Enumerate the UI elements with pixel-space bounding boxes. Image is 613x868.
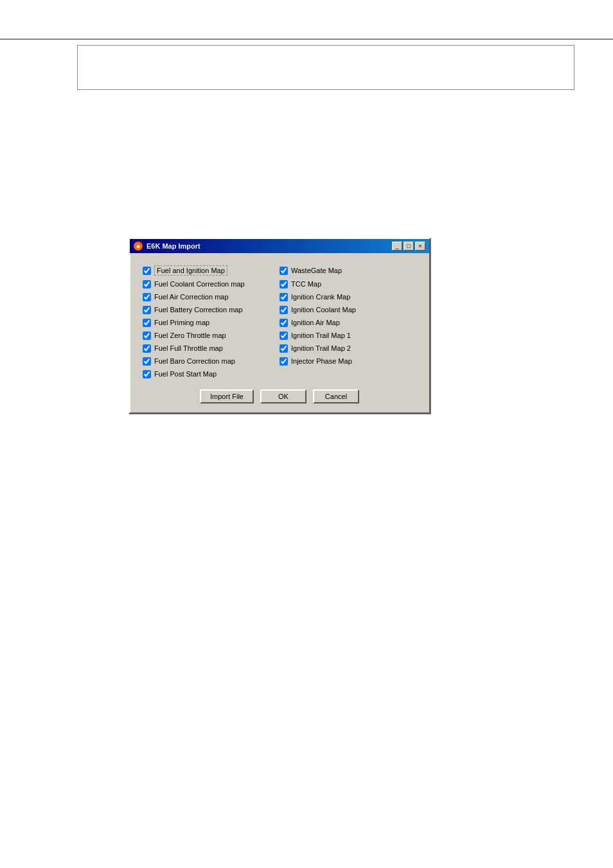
checkbox-row-fuel-zero-throttle: Fuel Zero Throttle map <box>143 329 280 342</box>
title-bar-left: ◆ E6K Map Import <box>134 242 200 251</box>
label-fuel-battery: Fuel Battery Correction map <box>154 306 243 314</box>
top-rule <box>0 39 613 40</box>
ok-button[interactable]: OK <box>260 389 306 403</box>
label-ignition-trail1: Ignition Trail Map 1 <box>291 332 351 339</box>
label-tcc: TCC Map <box>291 280 321 288</box>
checkbox-ignition-trail1[interactable] <box>280 332 288 340</box>
checkbox-row-injector-phase: Injector Phase Map <box>280 355 416 368</box>
label-ignition-crank: Ignition Crank Map <box>291 293 350 301</box>
label-wastegate: WasteGate Map <box>291 267 342 274</box>
label-ignition-coolant: Ignition Coolant Map <box>291 306 356 314</box>
label-fuel-and-ignition: Fuel and Ignition Map <box>154 265 227 276</box>
checkbox-fuel-zero-throttle[interactable] <box>143 332 151 340</box>
label-fuel-priming: Fuel Priming map <box>154 319 209 326</box>
checkbox-fuel-and-ignition[interactable] <box>143 267 151 275</box>
label-fuel-air: Fuel Air Correction map <box>154 293 229 301</box>
checkbox-row-fuel-coolant: Fuel Coolant Correction map <box>143 278 280 290</box>
dialog-window: ◆ E6K Map Import _ □ × Fuel and Ignition… <box>129 238 431 414</box>
checkbox-fuel-coolant[interactable] <box>143 280 151 288</box>
top-text-area <box>77 45 574 90</box>
checkbox-grid: Fuel and Ignition Map WasteGate Map Fuel… <box>143 263 416 380</box>
checkbox-row-tcc: TCC Map <box>280 278 416 290</box>
checkbox-fuel-full-throttle[interactable] <box>143 344 151 353</box>
checkbox-row-ignition-trail1: Ignition Trail Map 1 <box>280 329 416 342</box>
checkbox-row-ignition-coolant: Ignition Coolant Map <box>280 303 416 316</box>
label-fuel-baro: Fuel Baro Correction map <box>154 357 235 365</box>
import-file-button[interactable]: Import File <box>200 389 254 403</box>
checkbox-row-fuel-air: Fuel Air Correction map <box>143 290 280 303</box>
cancel-button[interactable]: Cancel <box>313 389 359 403</box>
checkbox-injector-phase[interactable] <box>280 357 288 366</box>
checkbox-fuel-air[interactable] <box>143 293 151 301</box>
label-ignition-air: Ignition Air Map <box>291 319 340 326</box>
checkbox-ignition-trail2[interactable] <box>280 344 288 353</box>
label-fuel-zero-throttle: Fuel Zero Throttle map <box>154 332 226 339</box>
minimize-button[interactable]: _ <box>392 242 402 251</box>
checkbox-row-fuel-full-throttle: Fuel Full Throttle map <box>143 342 280 355</box>
maximize-button[interactable]: □ <box>404 242 414 251</box>
checkbox-row-fuel-priming: Fuel Priming map <box>143 316 280 329</box>
dialog-icon: ◆ <box>134 242 143 251</box>
checkbox-row-fuel-and-ignition: Fuel and Ignition Map <box>143 263 280 278</box>
label-fuel-post-start: Fuel Post Start Map <box>154 370 217 378</box>
checkbox-row-ignition-crank: Ignition Crank Map <box>280 290 416 303</box>
checkbox-fuel-baro[interactable] <box>143 357 151 366</box>
checkbox-row-fuel-baro: Fuel Baro Correction map <box>143 355 280 368</box>
checkbox-tcc[interactable] <box>280 280 288 288</box>
page-background: ◆ E6K Map Import _ □ × Fuel and Ignition… <box>0 0 613 868</box>
checkbox-row-fuel-battery: Fuel Battery Correction map <box>143 303 280 316</box>
checkbox-ignition-crank[interactable] <box>280 293 288 301</box>
checkbox-row-ignition-trail2: Ignition Trail Map 2 <box>280 342 416 355</box>
checkbox-fuel-priming[interactable] <box>143 319 151 327</box>
checkbox-fuel-post-start[interactable] <box>143 370 151 378</box>
label-injector-phase: Injector Phase Map <box>291 357 352 365</box>
checkbox-fuel-battery[interactable] <box>143 306 151 314</box>
dialog-title: E6K Map Import <box>147 242 200 250</box>
label-fuel-coolant: Fuel Coolant Correction map <box>154 280 245 288</box>
title-controls: _ □ × <box>392 242 425 251</box>
dialog-body: Fuel and Ignition Map WasteGate Map Fuel… <box>130 253 429 412</box>
buttons-row: Import File OK Cancel <box>143 389 416 403</box>
title-bar: ◆ E6K Map Import _ □ × <box>130 239 429 253</box>
checkbox-ignition-air[interactable] <box>280 319 288 327</box>
close-button[interactable]: × <box>415 242 425 251</box>
label-fuel-full-throttle: Fuel Full Throttle map <box>154 344 223 352</box>
checkbox-row-ignition-air: Ignition Air Map <box>280 316 416 329</box>
checkbox-row-fuel-post-start: Fuel Post Start Map <box>143 368 416 380</box>
label-ignition-trail2: Ignition Trail Map 2 <box>291 344 351 352</box>
checkbox-ignition-coolant[interactable] <box>280 306 288 314</box>
checkbox-row-wastegate: WasteGate Map <box>280 263 416 278</box>
checkbox-wastegate[interactable] <box>280 267 288 275</box>
